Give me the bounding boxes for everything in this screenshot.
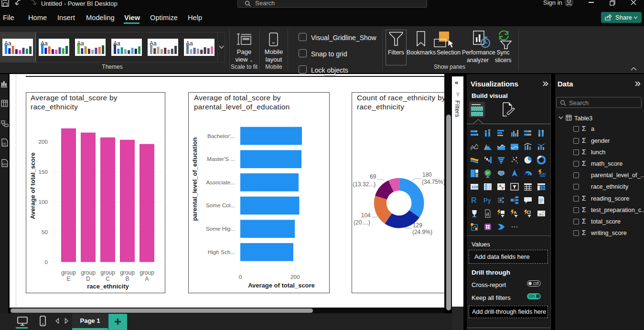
svg-text:D: D <box>86 276 90 282</box>
svg-text:Some Col...: Some Col... <box>206 202 235 208</box>
svg-text:group: group <box>61 269 76 276</box>
svg-text:Some Hig...: Some Hig... <box>206 225 235 232</box>
svg-text:parental_level_of_education: parental_level_of_education <box>194 103 290 111</box>
svg-text:race_ethnicity: race_ethnicity <box>31 103 78 111</box>
svg-text:(20....): (20....) <box>354 219 370 226</box>
svg-text:(13.32...): (13.32...) <box>353 181 376 188</box>
svg-text:200: 200 <box>290 274 300 280</box>
svg-text:104: 104 <box>361 212 371 219</box>
svg-text:race_ethnicity: race_ethnicity <box>87 283 129 290</box>
svg-text:C: C <box>106 276 110 282</box>
svg-text:group: group <box>100 269 115 276</box>
svg-text:100: 100 <box>38 199 48 205</box>
svg-text:Average of total_score: Average of total_score <box>29 152 36 219</box>
svg-text:A: A <box>514 210 517 215</box>
svg-text:200: 200 <box>38 138 48 145</box>
svg-text:Py: Py <box>483 197 492 204</box>
svg-text:150: 150 <box>38 169 48 175</box>
svg-text:(24.9%): (24.9%) <box>412 229 432 235</box>
svg-text:Average of total_score: Average of total_score <box>248 282 315 289</box>
svg-text:A: A <box>145 276 149 282</box>
svg-text:B: B <box>125 276 129 282</box>
svg-text:0: 0 <box>44 259 48 265</box>
svg-text:69: 69 <box>370 173 376 180</box>
svg-text:group: group <box>120 269 135 276</box>
svg-text:Bachelor'...: Bachelor'... <box>207 133 235 139</box>
svg-text:50: 50 <box>42 229 48 235</box>
svg-text:Average of total_score by: Average of total_score by <box>31 94 118 102</box>
svg-text:(34.75%): (34.75%) <box>422 179 444 185</box>
svg-text:R: R <box>471 196 477 204</box>
svg-text:123: 123 <box>472 185 478 189</box>
svg-text:Average of total_score by: Average of total_score by <box>194 94 281 102</box>
svg-text:E: E <box>66 276 70 282</box>
svg-text:(x): (x) <box>2 142 6 146</box>
svg-text:Master'S ...: Master'S ... <box>207 156 235 162</box>
svg-text:race_ethnicity: race_ethnicity <box>357 103 404 111</box>
svg-text:180: 180 <box>422 171 432 178</box>
svg-text:129: 129 <box>413 222 422 229</box>
svg-text:Associate...: Associate... <box>206 179 235 185</box>
svg-text:123: 123 <box>540 172 546 176</box>
svg-text:Count of race_ethnicity by: Count of race_ethnicity by <box>357 94 444 102</box>
svg-text:group: group <box>140 269 154 276</box>
svg-text:group: group <box>81 269 96 276</box>
svg-text:parental_level_of_education: parental_level_of_education <box>191 138 198 221</box>
svg-text:High Sch...: High Sch... <box>208 249 235 255</box>
svg-text:MDL: MDL <box>2 163 8 166</box>
svg-text:0: 0 <box>239 274 242 280</box>
